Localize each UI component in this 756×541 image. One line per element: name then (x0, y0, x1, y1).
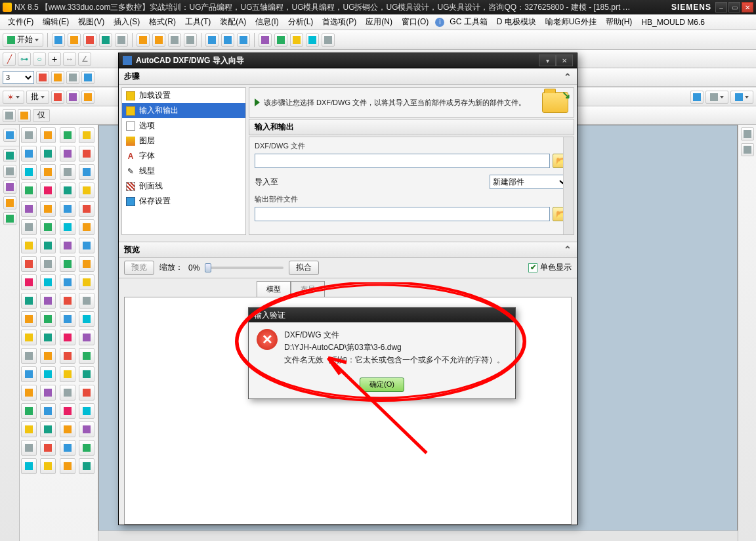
pal-btn[interactable] (21, 403, 37, 419)
dialog-titlebar[interactable]: AutoCAD DXF/DWG 导入向导 ▾ ✕ (119, 53, 577, 68)
view-btn[interactable] (741, 127, 754, 141)
step-item-hatch[interactable]: 剖面线 (122, 179, 245, 194)
pal-btn[interactable] (21, 330, 37, 345)
pal-btn[interactable] (21, 366, 37, 382)
tool-btn[interactable] (237, 33, 250, 47)
tool-btn[interactable] (36, 71, 49, 84)
pal-btn[interactable] (79, 238, 94, 253)
pal-btn[interactable] (79, 330, 94, 345)
dxf-file-input[interactable] (255, 154, 550, 168)
pal-btn[interactable] (21, 440, 37, 456)
dialog-close-button[interactable]: ✕ (556, 54, 573, 66)
pal-btn[interactable] (60, 422, 75, 437)
sketch-circle-button[interactable]: ○ (33, 53, 46, 66)
pal-btn[interactable] (40, 348, 56, 364)
pal-btn[interactable] (40, 366, 56, 382)
menu-electrode[interactable]: D 电极模块 (493, 15, 540, 29)
tool-btn[interactable] (168, 33, 181, 47)
menu-analyze[interactable]: 分析(L) (284, 15, 318, 29)
pal-btn[interactable] (40, 330, 56, 345)
ok-button[interactable]: 确定(O) (360, 378, 404, 392)
pal-btn[interactable] (40, 256, 56, 272)
pal-btn[interactable] (40, 183, 56, 198)
pal-btn[interactable] (79, 256, 94, 272)
output-file-input[interactable] (255, 207, 550, 221)
pal-btn[interactable] (79, 274, 94, 290)
step-item-load[interactable]: 加载设置 (122, 88, 245, 103)
pal-btn[interactable] (21, 274, 37, 290)
sketch-angle-button[interactable]: ∠ (78, 53, 91, 66)
pal-btn[interactable] (79, 183, 94, 198)
tool-btn[interactable] (66, 91, 79, 104)
restore-button[interactable]: ▭ (728, 2, 740, 12)
sketch-point-button[interactable]: + (48, 53, 61, 66)
tool-btn[interactable] (83, 33, 96, 47)
pal-btn[interactable] (40, 219, 56, 235)
pal-btn[interactable] (60, 183, 75, 198)
tool-btn[interactable] (322, 33, 335, 47)
tool-btn[interactable] (205, 33, 219, 47)
undo-button[interactable] (136, 33, 150, 47)
pal-btn[interactable] (21, 219, 37, 235)
pal-btn[interactable] (60, 440, 75, 456)
pal-btn[interactable] (40, 458, 56, 474)
menu-info[interactable]: 信息(I) (251, 15, 282, 29)
step-item-io[interactable]: 输入和输出 (122, 103, 245, 118)
preview-button[interactable]: 预览 (124, 261, 154, 275)
menu-assembly[interactable]: 装配(A) (216, 15, 250, 29)
h-scrollbar[interactable] (98, 530, 738, 541)
collapse-icon[interactable]: ⌃ (564, 244, 572, 255)
step-item-save[interactable]: 保存设置 (122, 194, 245, 209)
tool-btn[interactable] (81, 71, 94, 84)
pal-btn[interactable] (40, 422, 56, 437)
navigator-button[interactable] (3, 129, 16, 142)
mono-checkbox[interactable]: ✔ 单色显示 (528, 262, 572, 273)
pal-btn[interactable] (40, 164, 56, 180)
import-to-select[interactable]: 新建部件 (490, 175, 568, 189)
history-button[interactable] (3, 165, 16, 178)
pal-btn[interactable] (40, 238, 56, 253)
pal-btn[interactable] (60, 146, 75, 162)
error-titlebar[interactable]: 输入验证 (249, 308, 515, 322)
pal-btn[interactable] (60, 385, 75, 400)
menu-file[interactable]: 文件(F) (4, 15, 37, 29)
tool-btn[interactable] (51, 91, 64, 104)
pal-btn[interactable] (60, 311, 75, 327)
pal-btn[interactable] (40, 127, 56, 143)
pal-btn[interactable] (79, 164, 94, 180)
pal-btn[interactable] (40, 311, 56, 327)
pal-btn[interactable] (21, 311, 37, 327)
roles-button[interactable] (3, 181, 16, 194)
pal-btn[interactable] (79, 403, 94, 419)
pal-btn[interactable] (21, 422, 37, 437)
fit-button[interactable]: 拟合 (289, 261, 319, 275)
only-button[interactable]: 仅 (33, 109, 50, 122)
pal-btn[interactable] (21, 293, 37, 309)
menu-hbmould[interactable]: HB_MOULD M6.6 (637, 16, 709, 28)
tool-btn[interactable] (51, 71, 64, 84)
pal-btn[interactable] (21, 348, 37, 364)
pal-btn[interactable] (21, 146, 37, 162)
pal-btn[interactable] (60, 201, 75, 217)
pal-btn[interactable] (21, 201, 37, 217)
tool-btn[interactable] (68, 33, 81, 47)
pal-btn[interactable] (60, 256, 75, 272)
pal-btn[interactable] (79, 311, 94, 327)
step-item-layers[interactable]: 图层 (122, 133, 245, 148)
menu-edit[interactable]: 编辑(E) (39, 15, 73, 29)
pal-btn[interactable] (40, 293, 56, 309)
minimize-button[interactable]: – (715, 2, 727, 12)
pal-btn[interactable] (40, 274, 56, 290)
pal-btn[interactable] (60, 366, 75, 382)
tool-btn[interactable] (52, 33, 65, 47)
menu-gc[interactable]: GC 工具箱 (446, 15, 491, 29)
pal-btn[interactable] (79, 440, 94, 456)
dialog-rollup-button[interactable]: ▾ (539, 54, 556, 66)
menu-help[interactable]: 帮助(H) (602, 15, 637, 29)
menu-insert[interactable]: 插入(S) (110, 15, 144, 29)
tool-btn[interactable] (690, 91, 704, 104)
menu-yu[interactable]: 喻老师UG外挂 (541, 15, 600, 29)
tool-btn[interactable] (184, 33, 197, 47)
pal-btn[interactable] (21, 164, 37, 180)
step-item-fonts[interactable]: A字体 (122, 148, 245, 163)
